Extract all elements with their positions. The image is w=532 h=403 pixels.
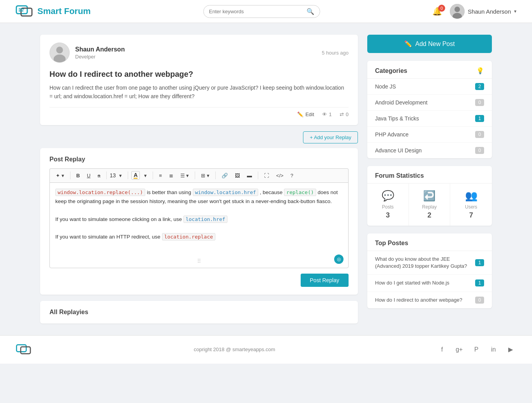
author-info: Shaun Anderson Develper <box>75 46 125 60</box>
top-post-count: 0 <box>475 297 484 304</box>
footer: copright 2018 @ smarteyeapps.com f g+ P … <box>0 335 532 364</box>
posts-icon: 💬 <box>371 190 405 202</box>
toolbar-color-button[interactable]: A <box>131 171 140 180</box>
notification-badge: 0 <box>438 5 445 12</box>
share-count: ⇄ 0 <box>340 111 349 117</box>
users-icon: 👥 <box>454 190 488 202</box>
stat-posts-value: 3 <box>371 211 405 219</box>
top-post-item[interactable]: How do I redirect to another webpage? 0 <box>367 292 492 308</box>
svg-rect-10 <box>16 345 26 352</box>
category-item[interactable]: Advance UI Design 0 <box>367 143 492 158</box>
edit-button[interactable]: ✏️ Edit <box>297 111 314 117</box>
google-plus-icon[interactable]: g+ <box>453 344 465 355</box>
editor-area[interactable]: window.location.replace(...) is better t… <box>49 182 349 268</box>
user-name-label: Shaun Anderson <box>468 8 511 15</box>
category-item[interactable]: Android Development 0 <box>367 95 492 111</box>
stats-title: Forum Statistics <box>375 172 424 179</box>
category-name: Java Tips & Tricks <box>375 115 419 122</box>
header-right: 🔔 0 Shaun Anderson ▾ <box>432 4 516 19</box>
toolbar-link-button[interactable]: 🔗 <box>219 171 231 180</box>
category-item[interactable]: Node JS 2 <box>367 79 492 95</box>
search-input[interactable] <box>209 9 307 14</box>
toolbar-color-dropdown[interactable]: ▾ <box>141 171 150 180</box>
code-replace: window.location.replace(...) <box>55 189 145 196</box>
category-item[interactable]: PHP Advance 0 <box>367 127 492 143</box>
stat-replay: ↩️ Replay 2 <box>409 184 451 226</box>
toolbar-wand-button[interactable]: ✦ ▾ <box>53 171 67 180</box>
stat-users-label: Users <box>454 204 488 210</box>
code-location-replace: location.replace <box>162 233 215 240</box>
toolbar-fullscreen-button[interactable]: ⛶ <box>261 171 272 180</box>
author-avatar-image <box>50 42 69 63</box>
toolbar-strikethrough-button[interactable]: a <box>95 171 103 180</box>
code-location-href: location.href <box>183 216 228 223</box>
stat-users: 👥 Users 7 <box>450 184 492 226</box>
category-badge: 2 <box>475 83 484 90</box>
editor-line-2: If you want to simulate someone clicking… <box>55 215 343 224</box>
editor-line-3: If you want to simulate an HTTP redirect… <box>55 233 343 242</box>
category-name: Node JS <box>375 83 396 90</box>
facebook-icon[interactable]: f <box>436 344 448 355</box>
add-new-post-button[interactable]: ✏️ Add New Post <box>367 35 492 53</box>
all-replies-title: All Replayies <box>49 309 349 316</box>
category-badge: 1 <box>475 115 484 122</box>
toolbar-code-button[interactable]: </> <box>273 171 286 180</box>
toolbar-align-button[interactable]: ☰ ▾ <box>178 171 192 180</box>
reply-section-title: Post Replay <box>49 156 349 163</box>
content-area: Shaun Anderson Develper 5 hours ago How … <box>40 35 358 323</box>
resize-handle[interactable]: ⠿ <box>197 257 201 266</box>
top-post-item[interactable]: What do you know about the JEE (Advanced… <box>367 251 492 275</box>
add-reply-button[interactable]: + Add your Replay <box>303 131 358 143</box>
stat-posts: 💬 Posts 3 <box>367 184 409 226</box>
toolbar-italic-button[interactable]: U <box>84 171 93 180</box>
toolbar-sep-3 <box>128 171 128 179</box>
search-button[interactable]: 🔍 <box>307 8 314 15</box>
notification-bell[interactable]: 🔔 0 <box>432 7 442 16</box>
stat-replay-value: 2 <box>413 211 446 219</box>
toolbar-image-button[interactable]: 🖼 <box>232 171 243 180</box>
avatar <box>450 4 465 19</box>
youtube-icon[interactable]: ▶ <box>505 344 516 355</box>
post-author: Shaun Anderson Develper <box>49 42 125 63</box>
toolbar-sep-6 <box>215 171 216 179</box>
post-reply-button[interactable]: Post Replay <box>301 274 349 287</box>
toolbar-help-button[interactable]: ? <box>288 171 296 180</box>
header: Smart Forum 🔍 🔔 0 Shaun Anderson ▾ <box>0 0 532 23</box>
top-post-count: 1 <box>475 259 484 266</box>
share-value: 0 <box>346 111 349 117</box>
toolbar-ol-button[interactable]: ≣ <box>166 171 176 180</box>
footer-social: f g+ P in ▶ <box>436 344 516 355</box>
top-post-title: How do I get started with Node.js <box>375 279 475 286</box>
user-menu[interactable]: Shaun Anderson ▾ <box>450 4 516 19</box>
footer-copyright: copright 2018 @ smarteyeapps.com <box>194 346 275 352</box>
category-name: Android Development <box>375 99 428 106</box>
stat-replay-label: Replay <box>413 204 446 210</box>
category-item[interactable]: Java Tips & Tricks 1 <box>367 111 492 127</box>
toolbar-ul-button[interactable]: ≡ <box>156 171 165 180</box>
categories-card: Categories 💡 Node JS 2 Android Developme… <box>367 61 492 158</box>
pinterest-icon[interactable]: P <box>470 344 482 355</box>
toolbar-video-button[interactable]: ▬ <box>244 171 255 180</box>
editor-toolbar: ✦ ▾ B U a 13 ▾ A ▾ ≡ ≣ ☰ ▾ <box>49 168 349 182</box>
category-badge: 0 <box>475 99 484 106</box>
top-post-count: 1 <box>475 279 484 286</box>
forum-stats-card: Forum Statistics 💬 Posts 3 ↩️ Replay 2 👥… <box>367 166 492 226</box>
add-post-label: Add New Post <box>415 41 454 48</box>
linkedin-icon[interactable]: in <box>488 344 499 355</box>
stats-header: Forum Statistics <box>367 166 492 184</box>
post-card: Shaun Anderson Develper 5 hours ago How … <box>40 35 358 125</box>
categories-list: Node JS 2 Android Development 0 Java Tip… <box>367 79 492 158</box>
main-container: Shaun Anderson Develper 5 hours ago How … <box>32 35 500 323</box>
font-size-dropdown[interactable]: ▾ <box>116 171 125 180</box>
category-badge: 0 <box>475 131 484 138</box>
top-post-item[interactable]: How do I get started with Node.js 1 <box>367 275 492 292</box>
toolbar-table-button[interactable]: ⊞ ▾ <box>198 171 212 180</box>
code-href: window.location.href <box>193 189 259 196</box>
top-posts-header: Top Postes <box>367 233 492 251</box>
toolbar-bold-button[interactable]: B <box>74 171 83 180</box>
post-footer: ✏️ Edit 👁 1 ⇄ 0 <box>49 107 349 117</box>
category-name: PHP Advance <box>375 131 409 138</box>
eye-icon: 👁 <box>322 111 327 117</box>
font-size-label: 13 <box>110 172 116 179</box>
svg-point-8 <box>56 47 63 53</box>
